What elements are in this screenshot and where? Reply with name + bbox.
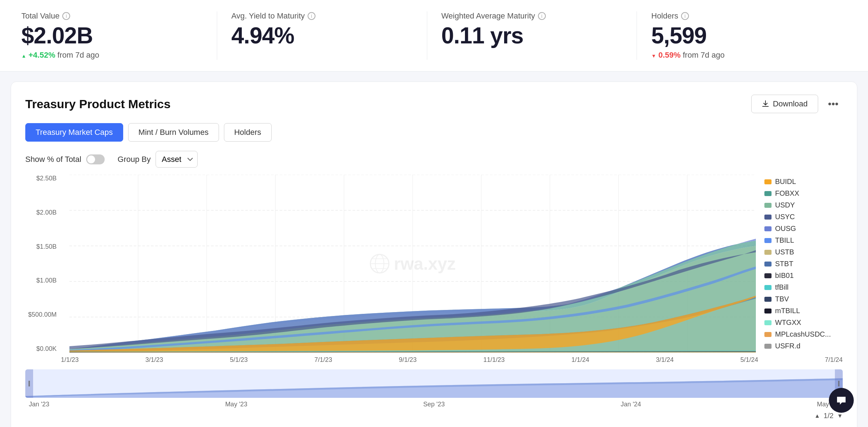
down-arrow-icon: ▼	[651, 53, 656, 59]
legend-label-tfbill: tfBill	[775, 283, 789, 291]
total-value-change: ▲ +4.52% from 7d ago	[21, 51, 203, 60]
legend-label-ousg: OUSG	[775, 225, 796, 233]
group-by-control: Group By Asset Chain Issuer	[117, 151, 198, 168]
legend-label-tbv: TBV	[775, 295, 789, 303]
legend-label-mtbill: mTBILL	[775, 307, 800, 315]
legend-label-stbt: STBT	[775, 260, 793, 268]
page-prev-button[interactable]: ▲	[815, 413, 820, 419]
holders-pct: 0.59%	[658, 51, 680, 59]
x-label-3: 7/1/23	[314, 356, 332, 364]
holders-info-icon[interactable]: i	[681, 12, 689, 20]
mini-chart-handle-left[interactable]	[25, 369, 33, 398]
x-label-5: 11/1/23	[483, 356, 505, 364]
legend-color-mplcash	[764, 332, 772, 337]
total-value-pct: +4.52%	[28, 51, 55, 59]
page-next-button[interactable]: ▼	[837, 413, 843, 419]
show-pct-toggle[interactable]	[86, 154, 105, 164]
holders-text: Holders	[651, 11, 678, 21]
legend-item-bib01: bIB01	[764, 272, 843, 280]
mini-chart-navigator[interactable]	[25, 369, 843, 398]
metric-avg-yield: Avg. Yield to Maturity i 4.94%	[217, 11, 427, 60]
legend-color-buidl	[764, 179, 772, 184]
avg-yield-text: Avg. Yield to Maturity	[231, 11, 305, 21]
x-axis: 1/1/23 3/1/23 5/1/23 7/1/23 9/1/23 11/1/…	[25, 353, 843, 364]
chart-canvas: rwa.xyz	[69, 175, 756, 353]
legend-item-buidl: BUIDL	[764, 178, 843, 186]
legend-item-usyc: USYC	[764, 213, 843, 221]
chart-controls: Show % of Total Group By Asset Chain Iss…	[25, 151, 843, 168]
top-metrics-bar: Total Value i $2.02B ▲ +4.52% from 7d ag…	[0, 0, 868, 72]
page-current: 1	[823, 412, 827, 420]
y-label-0: $0.00K	[36, 345, 57, 353]
y-label-150: $1.50B	[36, 243, 57, 251]
mini-x-labels: Jan '23 May '23 Sep '23 Jan '24 May '24	[25, 401, 843, 408]
legend-item-usfr: USFR.d	[764, 342, 843, 350]
legend-label-fobxx: FOBXX	[775, 189, 799, 197]
x-label-4: 9/1/23	[399, 356, 417, 364]
download-button[interactable]: Download	[751, 95, 818, 113]
metric-holders-label: Holders i	[651, 11, 832, 21]
metric-total-value: Total Value i $2.02B ▲ +4.52% from 7d ag…	[21, 11, 217, 60]
legend-item-tfbill: tfBill	[764, 283, 843, 291]
weighted-maturity-info-icon[interactable]: i	[538, 12, 546, 20]
weighted-maturity-amount: 0.11 yrs	[441, 24, 623, 47]
legend-color-bib01	[764, 273, 772, 278]
avg-yield-info-icon[interactable]: i	[308, 12, 315, 20]
y-label-100: $1.00B	[36, 277, 57, 284]
page-total: 2	[830, 412, 833, 420]
legend-color-tfbill	[764, 285, 772, 290]
total-value-info-icon[interactable]: i	[62, 12, 70, 20]
total-value-suffix: from 7d ago	[57, 51, 99, 59]
legend-color-usfr	[764, 344, 772, 349]
x-label-6: 1/1/24	[571, 356, 589, 364]
holders-change: ▼ 0.59% from 7d ago	[651, 51, 832, 60]
legend-label-bib01: bIB01	[775, 272, 794, 280]
download-icon	[762, 100, 769, 108]
legend-color-stbt	[764, 262, 772, 267]
mini-x-label-3: Jan '24	[621, 401, 641, 408]
mini-x-label-2: Sep '23	[423, 401, 445, 408]
stacked-area-chart	[69, 175, 756, 353]
total-value-text: Total Value	[21, 11, 59, 21]
tab-mint-burn-volumes[interactable]: Mint / Burn Volumes	[128, 123, 219, 142]
tab-treasury-market-caps[interactable]: Treasury Market Caps	[25, 123, 123, 142]
metric-weighted-maturity: Weighted Average Maturity i 0.11 yrs	[427, 11, 637, 60]
legend-label-ustb: USTB	[775, 248, 794, 256]
chat-icon	[836, 395, 847, 406]
x-label-9: 7/1/24	[825, 356, 843, 364]
legend-label-mplcash: MPLcashUSDC...	[775, 330, 831, 338]
show-pct-label-text: Show % of Total	[25, 155, 81, 164]
legend-color-ustb	[764, 250, 772, 255]
total-value-amount: $2.02B	[21, 24, 203, 47]
legend-item-mtbill: mTBILL	[764, 307, 843, 315]
y-axis: $2.50B $2.00B $1.50B $1.00B $500.00M $0.…	[25, 175, 61, 353]
x-label-7: 3/1/24	[656, 356, 674, 364]
chat-button[interactable]	[829, 388, 854, 413]
legend-color-ousg	[764, 226, 772, 231]
legend-item-usdy: USDY	[764, 201, 843, 209]
y-label-250: $2.50B	[36, 175, 57, 182]
y-label-500m: $500.00M	[28, 311, 57, 318]
tab-holders[interactable]: Holders	[224, 123, 272, 142]
show-pct-toggle-label: Show % of Total	[25, 154, 105, 164]
mini-chart-svg	[25, 369, 843, 398]
up-arrow-icon: ▲	[21, 53, 26, 59]
legend-color-usyc	[764, 215, 772, 220]
legend-item-wtgxx: WTGXX	[764, 318, 843, 327]
legend-label-tbill: TBILL	[775, 236, 794, 244]
x-label-2: 5/1/23	[230, 356, 248, 364]
y-label-200: $2.00B	[36, 209, 57, 216]
metric-holders: Holders i 5,599 ▼ 0.59% from 7d ago	[637, 11, 847, 60]
legend-color-usdy	[764, 203, 772, 208]
more-options-button[interactable]: •••	[824, 95, 843, 112]
download-label: Download	[773, 99, 808, 109]
page-info: 1/2	[823, 412, 833, 420]
metric-weighted-maturity-label: Weighted Average Maturity i	[441, 11, 623, 21]
group-by-select[interactable]: Asset Chain Issuer	[156, 151, 198, 168]
legend-item-stbt: STBT	[764, 260, 843, 268]
avg-yield-amount: 4.94%	[231, 24, 413, 47]
legend-item-ustb: USTB	[764, 248, 843, 256]
x-label-0: 1/1/23	[61, 356, 79, 364]
legend-item-ousg: OUSG	[764, 225, 843, 233]
legend-color-mtbill	[764, 309, 772, 313]
